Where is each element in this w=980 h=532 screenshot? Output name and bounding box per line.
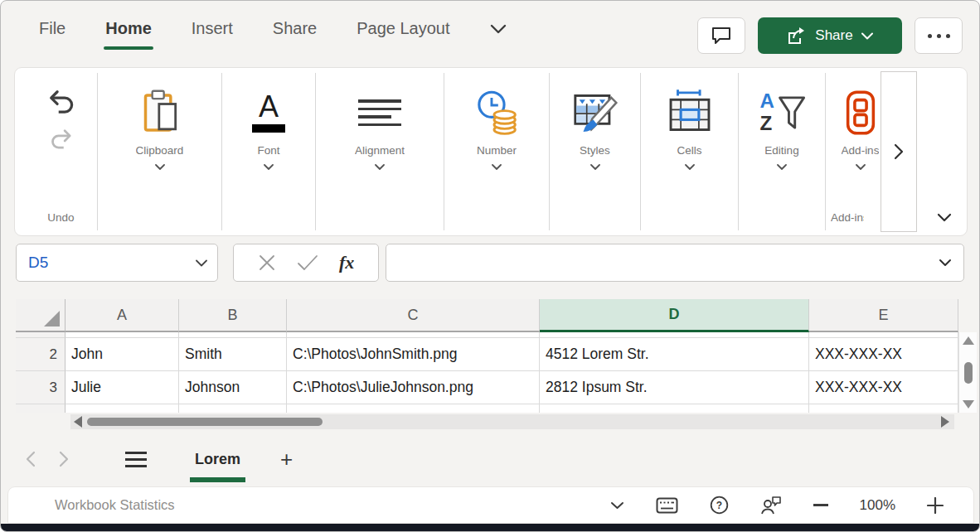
scroll-down-icon[interactable] <box>963 400 974 409</box>
menu-tab-label: Page Layout <box>357 19 449 37</box>
all-sheets-button[interactable] <box>125 452 147 467</box>
zoom-level[interactable]: 100% <box>860 497 895 514</box>
comments-button[interactable] <box>697 17 745 54</box>
editing-icon: A Z <box>758 89 806 136</box>
row-header-3[interactable]: 3 <box>16 371 65 404</box>
window-bottom-edge <box>1 524 979 532</box>
ribbon-group-clipboard[interactable]: Clipboard <box>98 73 222 230</box>
next-sheet-button[interactable] <box>59 451 69 467</box>
name-box-value: D5 <box>28 254 196 272</box>
column-header-d-selected[interactable]: D <box>540 299 809 332</box>
cell-d3[interactable]: 2812 Ipsum Str. <box>540 371 809 404</box>
scroll-up-icon[interactable] <box>963 336 974 345</box>
ribbon-group-label: Clipboard <box>136 144 184 157</box>
ribbon-group-font[interactable]: A Font <box>222 73 316 230</box>
select-all-button[interactable] <box>16 299 65 332</box>
column-header-row: A B C D E <box>16 299 958 332</box>
cell-c3[interactable]: C:\Photos\JulieJohnson.png <box>287 371 540 404</box>
scroll-right-icon[interactable] <box>941 416 949 428</box>
chevron-down-icon[interactable] <box>196 259 207 267</box>
more-options-button[interactable] <box>915 17 963 54</box>
menu-more-tabs-button[interactable] <box>490 24 507 34</box>
status-bar: Workbook Statistics ? 100% <box>7 486 974 524</box>
confirm-icon[interactable] <box>297 254 318 271</box>
menu-tab-share[interactable]: Share <box>273 19 317 38</box>
formula-bar-row: D5 fx <box>1 244 979 282</box>
horizontal-scroll-thumb[interactable] <box>87 418 323 426</box>
active-sheet-underline <box>190 477 245 482</box>
ribbon-scroll-right-button[interactable] <box>881 71 917 232</box>
ribbon-group-label: Alignment <box>355 144 405 157</box>
ribbon-group-add-ins[interactable]: Add-ins Add-ins <box>826 73 884 230</box>
menu-tab-label: File <box>39 19 65 37</box>
cell-e2[interactable]: XXX-XXX-XX <box>809 338 958 371</box>
partial-row <box>16 404 958 413</box>
keyboard-icon[interactable] <box>656 497 678 514</box>
collapse-ribbon-button[interactable] <box>937 213 952 222</box>
alignment-icon <box>358 99 401 126</box>
vertical-scroll-thumb[interactable] <box>964 362 973 384</box>
workbook-statistics-button[interactable]: Workbook Statistics <box>55 497 175 513</box>
cells-icon <box>666 89 714 137</box>
spreadsheet-grid: A B C D E 2 John Smith C:\Photos\JohnSmi… <box>16 299 958 413</box>
ribbon-group-editing[interactable]: A Z Editing <box>739 73 826 230</box>
grid-row-3: 3 Julie Johnson C:\Photos\JulieJohnson.p… <box>16 371 958 404</box>
styles-icon <box>571 89 619 136</box>
cell-d2[interactable]: 4512 Lorem Str. <box>540 338 809 371</box>
vertical-scrollbar[interactable] <box>958 332 977 413</box>
ribbon-group-label: Styles <box>580 144 610 157</box>
cancel-icon[interactable] <box>258 254 276 272</box>
ribbon-group-number[interactable]: Number <box>444 73 550 230</box>
chevron-down-icon <box>685 164 695 170</box>
cell-a2[interactable]: John <box>65 338 179 371</box>
zoom-out-button[interactable] <box>813 504 828 506</box>
cell-e3[interactable]: XXX-XXX-XX <box>809 371 958 404</box>
sheet-tab-bar: Lorem + <box>1 433 979 485</box>
column-header-b[interactable]: B <box>179 299 287 332</box>
more-ellipsis-icon <box>928 34 950 38</box>
cell-c2[interactable]: C:\Photos\JohnSmith.png <box>287 338 540 371</box>
grid-row-2: 2 John Smith C:\Photos\JohnSmith.png 451… <box>16 338 958 371</box>
column-header-e[interactable]: E <box>809 299 958 332</box>
chevron-down-icon[interactable] <box>610 501 624 510</box>
help-icon[interactable]: ? <box>710 496 729 515</box>
undo-icon <box>45 87 78 117</box>
column-header-c[interactable]: C <box>287 299 540 332</box>
menu-tab-home[interactable]: Home <box>105 19 152 38</box>
cell-a3[interactable]: Julie <box>65 371 179 404</box>
fx-icon[interactable]: fx <box>339 252 354 273</box>
chevron-down-icon <box>856 164 866 170</box>
previous-sheet-button[interactable] <box>26 451 36 467</box>
column-header-a[interactable]: A <box>65 299 179 332</box>
formula-controls: fx <box>233 244 379 282</box>
zoom-in-button[interactable] <box>927 497 944 514</box>
row-header-2[interactable]: 2 <box>16 338 65 371</box>
menu-tab-page-layout[interactable]: Page Layout <box>357 19 449 38</box>
expand-formula-bar-button[interactable] <box>939 259 952 267</box>
cell-b3[interactable]: Johnson <box>179 371 287 404</box>
svg-text:Z: Z <box>759 112 772 134</box>
name-box[interactable]: D5 <box>16 244 218 282</box>
redo-button[interactable] <box>46 121 76 157</box>
ribbon-group-cells[interactable]: Cells <box>641 73 739 230</box>
add-ins-icon <box>839 89 882 137</box>
menu-tab-file[interactable]: File <box>39 19 65 38</box>
horizontal-scrollbar[interactable] <box>70 414 954 429</box>
excel-window: File Home Insert Share Page Layout <box>0 0 980 532</box>
cell-b2[interactable]: Smith <box>179 338 287 371</box>
formula-input[interactable] <box>386 244 964 282</box>
add-sheet-button[interactable]: + <box>280 451 293 467</box>
chevron-down-icon <box>492 164 502 170</box>
ribbon-group-undo: Undo <box>25 73 98 230</box>
menu-tab-insert[interactable]: Insert <box>192 19 233 38</box>
ribbon-group-alignment[interactable]: Alignment <box>316 73 444 230</box>
sheet-tab-lorem[interactable]: Lorem <box>195 451 240 468</box>
chevron-down-icon <box>861 32 873 40</box>
scroll-left-icon[interactable] <box>74 416 82 428</box>
feedback-icon[interactable] <box>760 496 782 515</box>
sheet-tab-label: Lorem <box>195 451 240 467</box>
undo-button[interactable] <box>45 83 78 121</box>
ribbon-group-styles[interactable]: Styles <box>550 73 641 230</box>
number-icon <box>473 89 521 137</box>
share-button[interactable]: Share <box>758 17 902 54</box>
